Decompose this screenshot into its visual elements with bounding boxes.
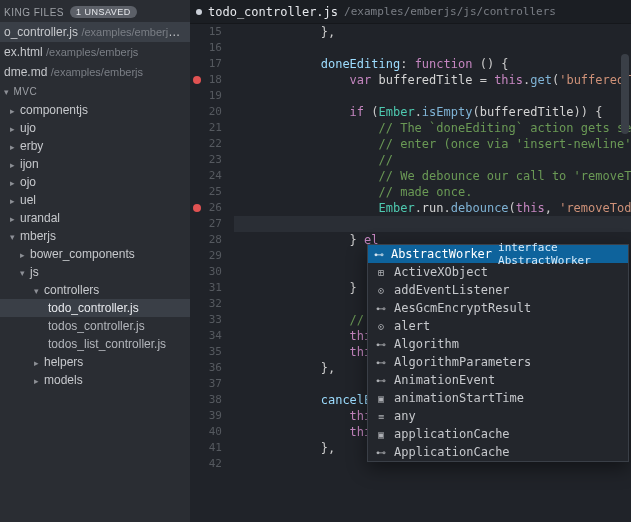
- chevron-icon: ▾: [20, 268, 30, 278]
- autocomplete-item[interactable]: ▣animationStartTime: [368, 389, 628, 407]
- tab-filename[interactable]: todo_controller.js: [208, 5, 338, 19]
- autocomplete-item[interactable]: ⊷AbstractWorkerinterface AbstractWorker: [368, 245, 628, 263]
- tree-folder[interactable]: ▸bower_components: [0, 245, 190, 263]
- tree-folder[interactable]: ▸ojo: [0, 173, 190, 191]
- working-files-label: KING FILES: [4, 7, 64, 18]
- tree-label: urandal: [20, 211, 60, 225]
- line-number[interactable]: 32: [190, 296, 222, 312]
- line-number[interactable]: 41: [190, 440, 222, 456]
- autocomplete-item[interactable]: ⊷ApplicationCache: [368, 443, 628, 461]
- autocomplete-item[interactable]: ⊷AesGcmEncryptResult: [368, 299, 628, 317]
- autocomplete-item[interactable]: ⊙alert: [368, 317, 628, 335]
- code-line[interactable]: if (Ember.isEmpty(bufferedTitle)) {: [234, 104, 631, 120]
- line-number[interactable]: 30: [190, 264, 222, 280]
- autocomplete-item[interactable]: ⊷AnimationEvent: [368, 371, 628, 389]
- line-number[interactable]: 35: [190, 344, 222, 360]
- code-line[interactable]: [234, 40, 631, 56]
- line-number[interactable]: 23: [190, 152, 222, 168]
- line-number[interactable]: 20: [190, 104, 222, 120]
- tree-folder[interactable]: ▸ujo: [0, 119, 190, 137]
- scrollbar-thumb[interactable]: [621, 54, 629, 134]
- line-number[interactable]: 29: [190, 248, 222, 264]
- code-line[interactable]: [234, 216, 631, 232]
- line-number[interactable]: 18: [190, 72, 222, 88]
- code-line[interactable]: },: [234, 24, 631, 40]
- autocomplete-item[interactable]: ▣applicationCache: [368, 425, 628, 443]
- line-gutter[interactable]: 1516171819202122232425262728293031323334…: [190, 24, 230, 472]
- tree-folder[interactable]: ▾mberjs: [0, 227, 190, 245]
- line-number[interactable]: 34: [190, 328, 222, 344]
- line-number[interactable]: 24: [190, 168, 222, 184]
- autocomplete-item[interactable]: ⊙addEventListener: [368, 281, 628, 299]
- line-number[interactable]: 42: [190, 456, 222, 472]
- kind-icon: ⊷: [374, 447, 388, 458]
- line-number[interactable]: 15: [190, 24, 222, 40]
- line-number[interactable]: 27: [190, 216, 222, 232]
- line-number[interactable]: 36: [190, 360, 222, 376]
- chevron-icon: ▸: [34, 358, 44, 368]
- tree-file[interactable]: todo_controller.js: [0, 299, 190, 317]
- code-line[interactable]: doneEditing: function () {: [234, 56, 631, 72]
- line-number[interactable]: 39: [190, 408, 222, 424]
- code-line[interactable]: //: [234, 152, 631, 168]
- tree-folder[interactable]: ▸componentjs: [0, 101, 190, 119]
- line-number[interactable]: 16: [190, 40, 222, 56]
- line-number[interactable]: 21: [190, 120, 222, 136]
- chevron-icon: ▸: [10, 160, 20, 170]
- code-area[interactable]: 1516171819202122232425262728293031323334…: [190, 24, 631, 522]
- line-number[interactable]: 22: [190, 136, 222, 152]
- kind-icon: ⊙: [374, 285, 388, 296]
- autocomplete-item[interactable]: ⊷AlgorithmParameters: [368, 353, 628, 371]
- autocomplete-label: AnimationEvent: [394, 373, 495, 387]
- working-file[interactable]: o_controller.js /examples/emberjs/j…: [0, 22, 190, 42]
- project-header[interactable]: MVC: [0, 82, 190, 101]
- line-number[interactable]: 19: [190, 88, 222, 104]
- line-number[interactable]: 17: [190, 56, 222, 72]
- chevron-icon: ▸: [20, 250, 30, 260]
- autocomplete-item[interactable]: ≡any: [368, 407, 628, 425]
- autocomplete-item[interactable]: ⊷Algorithm: [368, 335, 628, 353]
- tree-folder[interactable]: ▾controllers: [0, 281, 190, 299]
- tree-label: mberjs: [20, 229, 56, 243]
- kind-icon: ≡: [374, 411, 388, 422]
- tree-folder[interactable]: ▸models: [0, 371, 190, 389]
- file-path: /examples/emberjs: [46, 46, 138, 58]
- autocomplete-popup[interactable]: ⊷AbstractWorkerinterface AbstractWorker⊞…: [367, 244, 629, 462]
- code-line[interactable]: // We debounce our call to 'removeTodo: [234, 168, 631, 184]
- sidebar: KING FILES 1 UNSAVED o_controller.js /ex…: [0, 0, 190, 522]
- line-number[interactable]: 26: [190, 200, 222, 216]
- code-line[interactable]: Ember.run.debounce(this, 'removeTodo',: [234, 200, 631, 216]
- code-line[interactable]: // enter (once via 'insert-newline' an: [234, 136, 631, 152]
- tree-folder[interactable]: ▸erby: [0, 137, 190, 155]
- kind-icon: ⊷: [374, 303, 388, 314]
- tree-file[interactable]: todos_list_controller.js: [0, 335, 190, 353]
- working-file[interactable]: dme.md /examples/emberjs: [0, 62, 190, 82]
- autocomplete-label: animationStartTime: [394, 391, 524, 405]
- tree-folder[interactable]: ▸uel: [0, 191, 190, 209]
- line-number[interactable]: 38: [190, 392, 222, 408]
- line-number[interactable]: 37: [190, 376, 222, 392]
- kind-icon: ⊙: [374, 321, 388, 332]
- line-number[interactable]: 40: [190, 424, 222, 440]
- file-name: ex.html: [4, 45, 43, 59]
- chevron-icon: ▸: [10, 214, 20, 224]
- line-number[interactable]: 25: [190, 184, 222, 200]
- autocomplete-label: addEventListener: [394, 283, 510, 297]
- tree-folder[interactable]: ▾js: [0, 263, 190, 281]
- code-line[interactable]: [234, 88, 631, 104]
- tree-label: models: [44, 373, 83, 387]
- kind-icon: ⊷: [374, 357, 388, 368]
- line-number[interactable]: 31: [190, 280, 222, 296]
- tree-file[interactable]: todos_controller.js: [0, 317, 190, 335]
- editor: todo_controller.js /examples/emberjs/js/…: [190, 0, 631, 522]
- code-line[interactable]: // The `doneEditing` action gets sent: [234, 120, 631, 136]
- working-file[interactable]: ex.html /examples/emberjs: [0, 42, 190, 62]
- line-number[interactable]: 33: [190, 312, 222, 328]
- tree-folder[interactable]: ▸ijon: [0, 155, 190, 173]
- line-number[interactable]: 28: [190, 232, 222, 248]
- tree-folder[interactable]: ▸helpers: [0, 353, 190, 371]
- tree-folder[interactable]: ▸urandal: [0, 209, 190, 227]
- tree-label: todos_controller.js: [48, 319, 145, 333]
- code-line[interactable]: var bufferedTitle = this.get('bufferedTi…: [234, 72, 631, 88]
- code-line[interactable]: // made once.: [234, 184, 631, 200]
